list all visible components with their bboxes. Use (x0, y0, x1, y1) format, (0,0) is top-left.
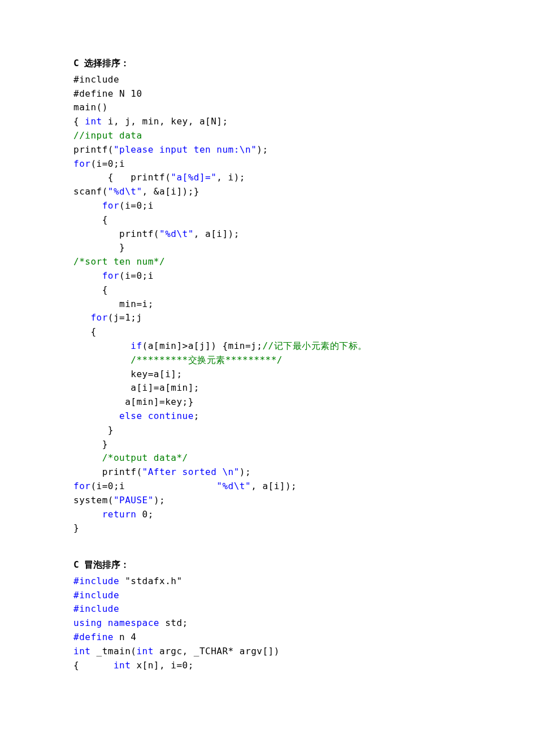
code-token: { (73, 660, 114, 671)
code-token: system( (73, 495, 114, 506)
code-line: else continue; (73, 409, 466, 424)
code-line: { int x[n], i=0; (73, 659, 466, 673)
code-token: "%d\t" (159, 228, 194, 239)
code-token: int (73, 646, 97, 656)
code-token: main() (73, 102, 108, 113)
code-line: #include (73, 602, 466, 616)
code-token (73, 509, 102, 520)
code-token (73, 270, 102, 281)
code-line: a[min]=key;} (73, 395, 466, 409)
code-token: "stdafx.h" (125, 576, 182, 586)
code-token: return (102, 509, 142, 520)
code-token: , a[i]); (251, 481, 297, 491)
code-token: for (73, 481, 90, 491)
code-token: n 4 (119, 632, 136, 642)
code-token: //input data (73, 130, 142, 141)
code-token: #define (73, 632, 119, 642)
code-line: min=i; (73, 297, 466, 312)
code-token (73, 452, 102, 463)
code-line: #include (73, 73, 466, 87)
code-line: #define N 10 (73, 87, 466, 101)
code-token: i, j, min, key, a[N]; (108, 116, 228, 127)
code-token: printf( (73, 144, 114, 155)
code-token: argc, _TCHAR* argv[]) (159, 646, 280, 656)
code-token (73, 340, 131, 351)
code-token: for (73, 158, 90, 169)
code-token: { (73, 116, 85, 127)
code-token: 0; (142, 509, 154, 520)
code-line: printf("please input ten num:\n"); (73, 143, 466, 157)
code-token: #include (73, 576, 125, 586)
code-token: using namespace (73, 617, 165, 628)
code-token: { (73, 284, 108, 295)
code-token: } (73, 439, 108, 450)
code-line: #include "stdafx.h" (73, 574, 466, 589)
code-line: { printf("a[%d]=", i); (73, 171, 466, 185)
code-line: a[i]=a[min]; (73, 381, 466, 395)
code-line: /*********交换元素*********/ (73, 353, 466, 368)
section1-code: #include#define N 10main(){ int i, j, mi… (73, 73, 466, 535)
code-token: //记下最小元素的下标。 (262, 340, 367, 351)
code-token: #include (73, 74, 119, 85)
code-token: , &a[i]);} (142, 186, 199, 197)
code-token (73, 355, 131, 365)
code-token (73, 411, 119, 421)
code-token: } (73, 425, 114, 435)
code-line: printf("%d\t", a[i]); (73, 227, 466, 241)
code-token: { printf( (73, 172, 171, 183)
code-line: } (73, 438, 466, 452)
code-token: int (85, 116, 108, 127)
code-token: ); (154, 495, 165, 506)
code-line: for(i=0;i (73, 269, 466, 283)
code-token: key=a[i]; (73, 369, 183, 379)
code-line: for(i=0;i (73, 157, 466, 171)
code-line: { int i, j, min, key, a[N]; (73, 115, 466, 129)
code-token: "PAUSE" (114, 495, 154, 506)
code-line: /*output data*/ (73, 451, 466, 465)
code-token: , a[i]); (194, 228, 240, 239)
code-token: (i=0;i (119, 270, 154, 281)
code-token: a[min]=key;} (73, 396, 194, 407)
code-token: "After sorted \n" (142, 466, 240, 477)
code-token: ); (257, 144, 268, 155)
code-token: for (90, 312, 107, 323)
code-token (73, 200, 102, 211)
code-token: a[i]=a[min]; (73, 382, 199, 393)
code-line: } (73, 241, 466, 255)
code-line: key=a[i]; (73, 368, 466, 382)
code-token: for (102, 200, 119, 211)
code-token: min=i; (73, 299, 154, 309)
code-line: main() (73, 101, 466, 115)
code-token: (a[min]>a[j]) {min=j; (142, 340, 263, 351)
code-token: } (73, 242, 125, 253)
code-line: if(a[min]>a[j]) {min=j;//记下最小元素的下标。 (73, 339, 466, 353)
code-line: for(i=0;i (73, 199, 466, 213)
code-token (73, 312, 90, 323)
code-line: #include (73, 589, 466, 603)
code-line: scanf("%d\t", &a[i]);} (73, 185, 466, 199)
section2-title: C 冒泡排序： (73, 558, 466, 572)
code-token: /*sort ten num*/ (73, 256, 165, 267)
code-line: for(j=1;j (73, 311, 466, 325)
code-token: x[n], i=0; (136, 660, 193, 671)
code-token: /*********交换元素*********/ (131, 355, 283, 365)
code-token: #include (73, 603, 119, 614)
code-token: "a[%d]=" (171, 172, 216, 183)
code-token: else continue (119, 411, 194, 421)
section1-title: C 选择排序： (73, 57, 466, 71)
code-token: , i); (216, 172, 245, 183)
code-token: (i=0;i (119, 200, 154, 211)
code-line: for(i=0;i "%d\t", a[i]); (73, 479, 466, 494)
code-token: int (136, 646, 159, 656)
code-token: "please input ten num:\n" (114, 144, 257, 155)
section-gap (73, 535, 466, 558)
code-token: ); (240, 466, 251, 477)
code-line: system("PAUSE"); (73, 494, 466, 508)
code-line: printf("After sorted \n"); (73, 465, 466, 479)
code-token: { (73, 214, 108, 225)
code-token: printf( (73, 228, 159, 239)
code-token: (j=1;j (108, 312, 142, 323)
code-line: //input data (73, 129, 466, 143)
code-line: { (73, 283, 466, 297)
code-token: #include (73, 590, 119, 601)
